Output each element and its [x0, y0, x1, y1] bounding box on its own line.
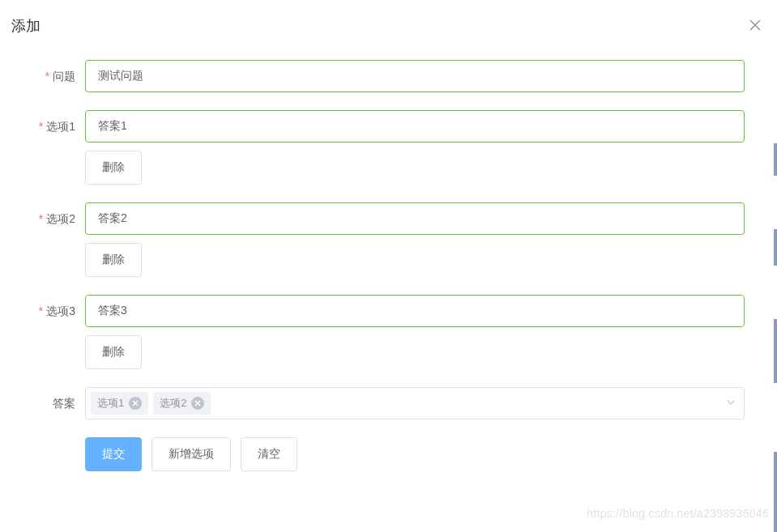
option-1-label: 选项1	[0, 110, 85, 185]
option-1-delete-button[interactable]: 删除	[85, 151, 142, 185]
answer-tag-1: 选项1	[91, 392, 148, 415]
answer-tag-2-text: 选项2	[160, 396, 186, 411]
option-2-label: 选项2	[0, 202, 85, 277]
dialog-title: 添加	[11, 16, 41, 36]
chevron-down-icon	[726, 397, 736, 410]
right-edge-decoration	[774, 0, 777, 532]
answer-tag-1-text: 选项1	[97, 396, 124, 411]
question-label: 问题	[0, 60, 85, 92]
answer-tag-1-close[interactable]	[129, 397, 142, 410]
answer-tag-2: 选项2	[153, 392, 211, 415]
button-row: 提交 新增选项 清空	[0, 437, 761, 471]
close-icon	[749, 19, 761, 31]
question-row: 问题	[0, 60, 761, 92]
watermark: https://blog.csdn.net/a2398936046	[587, 507, 769, 520]
form: 问题 选项1 删除 选项2 删除 选项3 删除	[0, 44, 777, 505]
close-button[interactable]	[749, 19, 761, 33]
option-1-input[interactable]	[85, 110, 745, 143]
close-icon	[132, 400, 139, 406]
button-group: 提交 新增选项 清空	[85, 437, 761, 471]
option-2-row: 选项2 删除	[0, 202, 761, 277]
question-input[interactable]	[85, 60, 745, 92]
option-3-input[interactable]	[85, 295, 745, 327]
add-option-button[interactable]: 新增选项	[152, 437, 231, 471]
option-3-row: 选项3 删除	[0, 295, 761, 369]
submit-button[interactable]: 提交	[85, 437, 142, 471]
button-row-spacer	[0, 437, 85, 471]
option-1-content: 删除	[85, 110, 761, 185]
option-2-input[interactable]	[85, 202, 745, 235]
answer-label: 答案	[0, 387, 85, 419]
option-3-label: 选项3	[0, 295, 85, 369]
option-1-row: 选项1 删除	[0, 110, 761, 185]
answer-row: 答案 选项1 选项2	[0, 387, 761, 419]
option-2-delete-button[interactable]: 删除	[85, 243, 142, 277]
option-2-content: 删除	[85, 202, 761, 277]
option-3-content: 删除	[85, 295, 761, 369]
option-3-delete-button[interactable]: 删除	[85, 335, 142, 369]
add-dialog: 添加 问题 选项1 删除 选项2 删除 选项3	[0, 0, 777, 505]
question-content	[85, 60, 761, 92]
answer-select[interactable]: 选项1 选项2	[85, 387, 745, 419]
dialog-header: 添加	[0, 0, 777, 44]
answer-tag-2-close[interactable]	[191, 397, 204, 410]
close-icon	[194, 400, 201, 406]
clear-button[interactable]: 清空	[241, 437, 297, 471]
answer-content: 选项1 选项2	[85, 387, 761, 419]
